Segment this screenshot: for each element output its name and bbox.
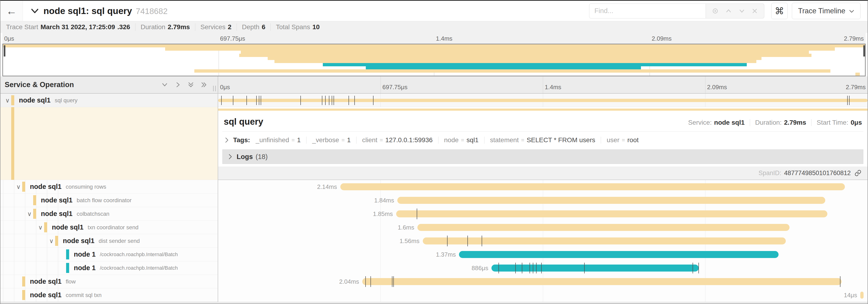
log-marker-tick: [522, 263, 522, 273]
minimap-left-scrubber[interactable]: [4, 45, 5, 57]
collapse-trace-chevron-icon[interactable]: [31, 8, 39, 14]
minimap-span-row: [3, 54, 865, 57]
log-marker-tick: [515, 263, 516, 273]
ruler-tick-label: 0μs: [220, 83, 230, 91]
ruler-tick-label: 2.09ms: [652, 35, 672, 42]
span-tree-row-7[interactable]: node 1/cockroach.roachpb.Internal/Batch: [0, 261, 218, 275]
back-button[interactable]: ←: [0, 1, 23, 21]
log-marker-tick: [541, 263, 542, 273]
log-marker-tick: [699, 263, 699, 273]
find-input[interactable]: [589, 3, 706, 19]
log-marker-tick: [498, 263, 499, 273]
span-bar[interactable]: [340, 183, 845, 190]
chevron-down-icon[interactable]: ∨: [47, 237, 56, 244]
minimap-span-row: [3, 73, 865, 76]
ruler-tick-label: 2.79ms: [844, 35, 864, 42]
span-bar[interactable]: [860, 292, 864, 299]
span-bar-row-8[interactable]: 2.04ms: [218, 275, 868, 289]
span-id-label: SpanID:: [758, 170, 781, 177]
span-operation-name: colbatchscan: [76, 211, 109, 217]
logs-label: Logs: [237, 153, 253, 161]
expand-one-icon[interactable]: [174, 81, 181, 88]
log-marker-tick: [533, 263, 533, 273]
find-prev-icon[interactable]: [725, 7, 732, 15]
minimap-span-row: [3, 69, 865, 72]
minimap-right-scrubber[interactable]: [863, 45, 865, 57]
locate-icon[interactable]: [712, 7, 719, 15]
span-tree-row-3[interactable]: ∨node sql1colbatchscan: [0, 207, 218, 221]
span-bar[interactable]: [362, 278, 842, 285]
span-tree-row-2[interactable]: node sql1batch flow coordinator: [0, 194, 218, 207]
logs-row[interactable]: Logs (18): [222, 149, 863, 164]
span-tree-row-9[interactable]: node sql1commit sql txn: [0, 289, 218, 302]
timeline-minimap[interactable]: [2, 44, 866, 76]
span-tree-row-6[interactable]: node 1/cockroach.roachpb.Internal/Batch: [0, 248, 218, 261]
span-bar[interactable]: [218, 99, 868, 102]
span-bar-row-3[interactable]: 1.85ms: [218, 207, 868, 221]
collapse-one-icon[interactable]: [161, 81, 168, 88]
chevron-down-icon[interactable]: ∨: [25, 210, 34, 217]
log-marker-tick: [300, 96, 301, 105]
span-bar-row-7[interactable]: 886μs: [218, 261, 868, 275]
span-tree-row-1[interactable]: ∨node sql1consuming rows: [0, 180, 218, 194]
detail-start-label: Start Time:: [816, 119, 848, 126]
chevron-down-icon[interactable]: ∨: [14, 183, 23, 190]
span-service-name: node 1: [74, 250, 96, 258]
detail-start-value: 0μs: [851, 119, 862, 126]
span-bar-row-9[interactable]: 14μs: [218, 289, 868, 302]
ruler-tick-label: 697.75μs: [220, 35, 245, 42]
span-duration-label: 886μs: [472, 261, 492, 275]
equals-sign: =: [291, 137, 295, 143]
trace-depth: Depth6: [237, 23, 271, 31]
span-tree-row-4[interactable]: ∨node sql1txn coordinator send: [0, 221, 218, 234]
log-marker-tick: [849, 96, 849, 105]
log-marker-tick: [322, 96, 322, 105]
span-detail-card: sql query Service:node sql1 Duration:2.7…: [218, 107, 868, 180]
chevron-down-icon[interactable]: ∨: [36, 224, 44, 231]
span-bar-row-0[interactable]: [218, 94, 868, 107]
span-operation-name: /cockroach.roachpb.Internal/Batch: [100, 265, 178, 271]
find-clear-icon[interactable]: [751, 7, 758, 14]
span-bar[interactable]: [459, 251, 778, 258]
column-resizer-handle[interactable]: [213, 86, 216, 91]
detail-meta: Service:node sql1 Duration:2.79ms Start …: [688, 119, 862, 126]
span-color-accent: [22, 182, 25, 192]
span-bar[interactable]: [396, 210, 827, 217]
span-color-accent: [66, 263, 69, 273]
span-color-accent: [55, 236, 58, 246]
span-bar-row-2[interactable]: 1.84ms: [218, 194, 868, 207]
chevron-down-icon[interactable]: ∨: [3, 97, 12, 104]
equals-sign: =: [461, 137, 464, 143]
span-tree-row-0[interactable]: ∨node sql1sql query: [0, 94, 218, 107]
span-bar[interactable]: [492, 265, 699, 272]
span-tree-row-8[interactable]: node sql1flow: [0, 275, 218, 289]
log-marker-tick: [467, 236, 468, 246]
equals-sign: =: [521, 137, 524, 143]
span-bar-row-4[interactable]: 1.6ms: [218, 221, 868, 234]
span-bar-row-1[interactable]: 2.14ms: [218, 180, 868, 194]
find-next-icon[interactable]: [738, 7, 746, 15]
trace-services: Services2: [195, 23, 237, 31]
chevron-down-icon: [849, 7, 854, 15]
expand-all-icon[interactable]: [200, 81, 208, 88]
detail-title: sql query: [224, 117, 688, 127]
span-bar[interactable]: [417, 224, 789, 231]
span-bar-row-6[interactable]: 1.37ms: [218, 248, 868, 261]
span-duration-label: 14μs: [844, 289, 861, 302]
keyboard-shortcuts-button[interactable]: ⌘: [771, 3, 788, 19]
collapse-all-icon[interactable]: [187, 81, 194, 88]
link-icon[interactable]: [855, 170, 862, 176]
span-tree-row-5[interactable]: ∨node sql1dist sender send: [0, 234, 218, 248]
log-marker-tick: [221, 96, 222, 105]
span-bar-row-5[interactable]: 1.56ms: [218, 234, 868, 248]
chevron-right-icon: [228, 154, 233, 160]
tree-body: ∨node sql1sql query ∨node sql1consuming …: [0, 94, 218, 302]
span-bar[interactable]: [423, 237, 786, 244]
span-color-accent: [33, 195, 36, 205]
trace-timeline-dropdown[interactable]: Trace Timeline: [792, 3, 861, 19]
tags-row[interactable]: Tags: _unfinished=1_verbose=1client=127.…: [218, 132, 868, 144]
span-service-name: node sql1: [52, 224, 83, 231]
span-bar[interactable]: [397, 197, 825, 204]
trace-id: 7418682: [136, 6, 167, 15]
span-service-name: node sql1: [41, 196, 72, 204]
